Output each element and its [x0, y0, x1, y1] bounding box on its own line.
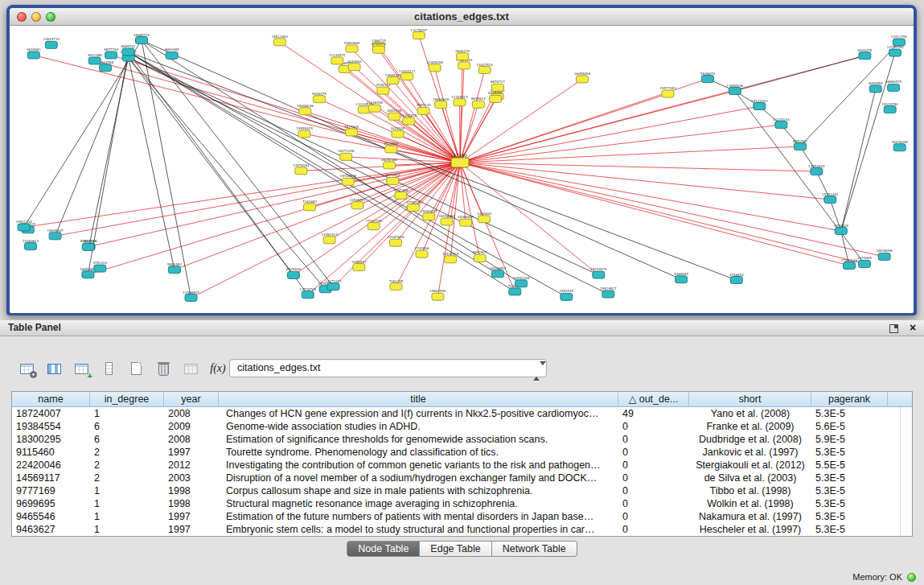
graph-edge[interactable]: [460, 70, 485, 163]
graph-edge[interactable]: [129, 58, 294, 275]
tab-network-table[interactable]: Network Table: [492, 541, 577, 557]
graph-node[interactable]: [888, 84, 900, 91]
graph-node[interactable]: [754, 103, 766, 110]
graph-node[interactable]: [390, 239, 402, 246]
graph-node[interactable]: [331, 57, 343, 64]
graph-edge[interactable]: [800, 43, 899, 147]
close-button[interactable]: [17, 12, 27, 22]
window-titlebar[interactable]: citations_edges.txt: [10, 8, 914, 26]
table-scrollbar[interactable]: [900, 407, 912, 536]
graph-node[interactable]: [602, 290, 614, 298]
graph-node[interactable]: [368, 223, 380, 230]
close-panel-icon[interactable]: [908, 323, 918, 334]
graph-edge[interactable]: [460, 106, 759, 163]
graph-node[interactable]: [25, 243, 37, 250]
row-tools-icon[interactable]: [97, 358, 121, 379]
graph-edge[interactable]: [129, 52, 737, 281]
graph-node[interactable]: [136, 37, 148, 44]
graph-node[interactable]: [304, 204, 316, 211]
graph-edge[interactable]: [460, 163, 515, 291]
graph-node[interactable]: [702, 76, 714, 83]
tab-edge-table[interactable]: Edge Table: [420, 541, 491, 557]
graph-node[interactable]: [346, 45, 358, 52]
table-row[interactable]: 946554611997Estimation of the future num…: [12, 510, 912, 523]
table-row[interactable]: 1872400712008Changes of HCN gene express…: [12, 407, 912, 420]
tab-node-table[interactable]: Node Table: [347, 541, 420, 557]
graph-node[interactable]: [460, 219, 472, 226]
graph-node[interactable]: [593, 271, 605, 278]
graph-edge[interactable]: [460, 163, 480, 258]
graph-node[interactable]: [445, 256, 457, 263]
graph-node[interactable]: [314, 96, 326, 103]
graph-node[interactable]: [432, 293, 444, 300]
graph-node[interactable]: [824, 196, 836, 204]
graph-node[interactable]: [509, 288, 521, 295]
graph-edge[interactable]: [735, 56, 865, 91]
graph-edge[interactable]: [437, 163, 460, 297]
table-row[interactable]: 977716911998Corpus callosum shape and si…: [12, 484, 912, 497]
graph-node[interactable]: [105, 51, 117, 59]
column-header-short[interactable]: short: [689, 392, 811, 406]
graph-node[interactable]: [407, 204, 419, 212]
graph-node[interactable]: [401, 73, 413, 80]
graph-node[interactable]: [454, 99, 466, 106]
function-builder-icon[interactable]: f(x): [206, 358, 230, 379]
graph-node[interactable]: [388, 113, 400, 120]
table-selector-dropdown[interactable]: citations_edges.txt: [229, 359, 547, 377]
graph-node[interactable]: [168, 266, 180, 274]
graph-node[interactable]: [94, 265, 106, 272]
column-header-name[interactable]: name: [12, 392, 90, 406]
minimize-button[interactable]: [31, 12, 41, 22]
graph-node[interactable]: [889, 49, 901, 56]
graph-node[interactable]: [441, 218, 453, 225]
graph-node[interactable]: [893, 144, 906, 151]
import-table-icon[interactable]: [69, 358, 93, 379]
graph-node[interactable]: [166, 51, 178, 59]
graph-node[interactable]: [390, 283, 402, 290]
graph-edge[interactable]: [460, 163, 816, 171]
graph-node[interactable]: [662, 90, 674, 97]
network-canvas[interactable]: 2392604143648271815426419440437177831532…: [10, 26, 914, 313]
graph-edge[interactable]: [447, 163, 460, 222]
graph-node[interactable]: [295, 167, 307, 175]
graph-node[interactable]: [342, 178, 354, 185]
graph-node[interactable]: [457, 53, 469, 60]
graph-edge[interactable]: [142, 40, 191, 298]
table-row[interactable]: 1830029562008Estimation of significance …: [12, 433, 912, 446]
graph-node[interactable]: [340, 153, 352, 160]
graph-node[interactable]: [429, 64, 441, 72]
graph-node[interactable]: [884, 106, 896, 113]
graph-node[interactable]: [346, 129, 358, 136]
column-header-pagerank[interactable]: pagerank: [811, 392, 888, 406]
graph-edge[interactable]: [460, 163, 864, 264]
graph-node[interactable]: [82, 243, 94, 250]
graph-edge[interactable]: [460, 163, 466, 223]
graph-edge[interactable]: [129, 52, 499, 274]
graph-node[interactable]: [423, 213, 435, 220]
show-columns-icon[interactable]: [42, 358, 66, 379]
graph-node[interactable]: [416, 250, 428, 257]
graph-node[interactable]: [515, 280, 528, 287]
graph-node[interactable]: [403, 117, 415, 125]
graph-node[interactable]: [385, 146, 397, 153]
graph-node[interactable]: [368, 105, 380, 112]
graph-node[interactable]: [377, 87, 389, 94]
graph-node[interactable]: [348, 64, 360, 71]
graph-node[interactable]: [298, 130, 310, 138]
graph-edge[interactable]: [129, 58, 599, 275]
graph-node[interactable]: [287, 271, 299, 278]
graph-node[interactable]: [387, 77, 399, 84]
column-header-out_de[interactable]: △ out_de...: [618, 392, 689, 406]
graph-node[interactable]: [775, 122, 787, 129]
graph-node[interactable]: [458, 62, 470, 69]
graph-node[interactable]: [676, 276, 688, 283]
graph-node[interactable]: [478, 67, 491, 74]
graph-node[interactable]: [353, 264, 365, 271]
graph-edge[interactable]: [55, 58, 129, 237]
graph-node[interactable]: [835, 228, 847, 235]
graph-node[interactable]: [795, 143, 807, 150]
graph-node[interactable]: [351, 202, 363, 209]
graph-node[interactable]: [100, 64, 112, 72]
graph-node[interactable]: [49, 233, 61, 240]
graph-node[interactable]: [435, 101, 447, 109]
